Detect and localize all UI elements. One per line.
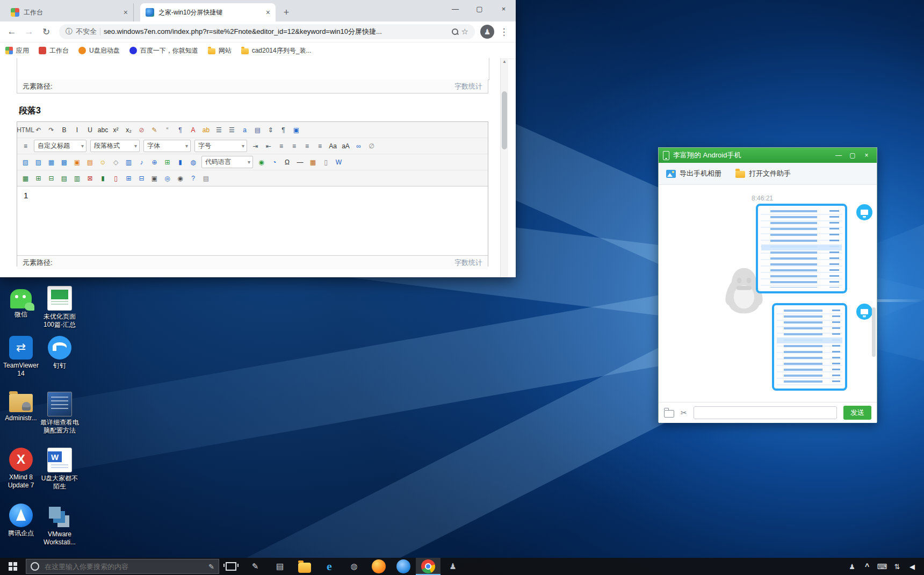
chart-icon[interactable]: ▮ — [174, 156, 186, 168]
insert-link-icon[interactable]: ∞ — [352, 140, 365, 152]
align-right-icon[interactable]: ≡ — [301, 140, 313, 152]
taskbar-edge-icon[interactable]: e — [317, 558, 342, 575]
tray-volume-icon[interactable]: ◀ — [906, 560, 919, 573]
desktop-icon-sheet-summary[interactable]: 未优化页面 100篇-汇总 — [40, 286, 80, 329]
forward-button[interactable]: → — [21, 24, 37, 39]
image-left-icon[interactable]: ▧ — [19, 156, 32, 168]
align-justify-icon[interactable]: ≡ — [314, 140, 326, 152]
subscript-icon[interactable]: x₂ — [122, 124, 135, 136]
lowercase-icon[interactable]: aA — [340, 140, 352, 152]
taskbar-contacts-icon[interactable]: ♟ — [441, 558, 465, 575]
map-icon[interactable]: ⊞ — [161, 156, 174, 168]
tray-chevron-up-icon[interactable]: ^ — [861, 560, 874, 573]
cell-props-icon[interactable]: ⊟ — [45, 172, 57, 184]
profile-avatar[interactable]: ♟ — [480, 25, 494, 39]
close-button[interactable]: × — [861, 150, 872, 161]
qq-window-titlebar[interactable]: 李富翔的 Android手机 — ▢ × — [659, 148, 877, 163]
scrollbar-thumb[interactable] — [502, 91, 507, 149]
desktop-icon-teamviewer[interactable]: TeamViewer 14 — [1, 336, 41, 378]
bookmark-cad2014[interactable]: cad2014序列号_装... — [241, 46, 312, 55]
bold-icon[interactable]: B — [58, 124, 70, 136]
redo-icon[interactable]: ↷ — [45, 124, 57, 136]
previous-editor-content-box[interactable] — [17, 58, 489, 80]
flash-icon[interactable]: ◇ — [110, 156, 122, 168]
drop-cap-icon[interactable]: ¶ — [174, 124, 186, 136]
desktop-icon-usb-doc[interactable]: U盘大家都不 陌生 — [40, 448, 80, 491]
unlink-icon[interactable]: ∅ — [365, 140, 378, 152]
page-scrollbar[interactable]: ▲ — [500, 58, 508, 277]
delete-row-icon[interactable]: ⊠ — [84, 172, 96, 184]
taskbar-ink-icon[interactable]: ✎ — [243, 558, 268, 575]
emoticon-icon[interactable]: ☺ — [97, 156, 109, 168]
book-icon[interactable]: ▥ — [122, 156, 135, 168]
desktop-icon-pc-config-doc[interactable]: 最详细查看电 脑配置方法 — [40, 392, 80, 435]
tray-network-icon[interactable]: ⇅ — [891, 560, 904, 573]
send-button[interactable]: 发送 — [843, 406, 871, 420]
bookmark-baidu[interactable]: 百度一下，你就知道 — [129, 46, 198, 55]
bookmark-workbench[interactable]: 工作台 — [39, 46, 69, 55]
chat-scrollbar-thumb[interactable] — [872, 307, 876, 357]
tray-user-icon[interactable]: ♟ — [846, 560, 858, 573]
maximize-button[interactable]: ▢ — [467, 0, 492, 17]
code-language-dropdown[interactable]: 代码语言 ▾ — [201, 156, 253, 168]
chat-image-screenshot-2[interactable] — [772, 303, 847, 391]
find-replace-icon[interactable]: ◉ — [174, 172, 186, 184]
close-button[interactable]: × — [492, 0, 516, 17]
zoom-icon[interactable] — [452, 28, 458, 35]
preview-icon[interactable]: ◎ — [161, 172, 174, 184]
insert-row-below-icon[interactable]: ▥ — [71, 172, 83, 184]
taskbar-notepad-icon[interactable]: ▤ — [268, 558, 292, 575]
globe-icon[interactable]: ◍ — [187, 156, 199, 168]
desktop-icon-wechat[interactable]: 微信 — [1, 286, 41, 319]
editor-content-area[interactable]: 1 — [17, 186, 488, 255]
align-center-icon[interactable]: ≡ — [288, 140, 300, 152]
scroll-up-icon[interactable]: ▲ — [501, 59, 508, 64]
merge-cells-icon[interactable]: ⊞ — [122, 172, 135, 184]
line-spacing-icon[interactable]: ≡ — [19, 140, 32, 152]
insert-time-icon[interactable]: ◔ — [268, 156, 280, 168]
tab-win10-splitscreen[interactable]: 之家-win10分屏快捷键 × — [140, 3, 276, 21]
minimize-button[interactable]: — — [833, 150, 844, 161]
blockquote-icon[interactable]: “ — [161, 124, 174, 136]
task-view-button[interactable] — [219, 558, 243, 575]
template-icon[interactable]: ▤ — [251, 124, 264, 136]
export-phone-album-button[interactable]: 导出手机相册 — [666, 169, 721, 178]
ordered-list-icon[interactable]: ☰ — [213, 124, 225, 136]
bookmark-apps[interactable]: 应用 — [5, 46, 29, 55]
taskbar-qq-icon[interactable] — [391, 558, 416, 575]
print-icon[interactable]: ▣ — [148, 172, 161, 184]
split-cells-icon[interactable]: ⊟ — [135, 172, 148, 184]
delete-col-icon[interactable]: ▯ — [110, 172, 122, 184]
word-count-link[interactable]: 字数统计 — [454, 82, 482, 91]
table-props-icon[interactable]: ⊞ — [32, 172, 45, 184]
screenshot-scissors-icon[interactable]: ✂ — [681, 408, 687, 417]
paragraph-icon[interactable]: ¶ — [277, 124, 290, 136]
font-color-icon[interactable]: A — [187, 124, 199, 136]
desktop-icon-vmware[interactable]: VMware Workstati... — [40, 504, 80, 547]
back-button[interactable]: ← — [4, 24, 19, 39]
taskbar-search-box[interactable]: ✎ — [26, 559, 219, 574]
help-icon[interactable]: ? — [187, 172, 199, 184]
html-source-icon[interactable]: HTML — [19, 124, 32, 136]
taskbar-chrome-icon[interactable] — [416, 558, 441, 575]
view-on-screen-icon[interactable] — [856, 204, 872, 220]
uppercase-icon[interactable]: Aa — [327, 140, 339, 152]
desktop-icon-dingtalk[interactable]: 钉钉 — [40, 336, 80, 370]
bookmark-star-icon[interactable]: ☆ — [461, 27, 468, 37]
format-brush-icon[interactable]: ✎ — [148, 124, 161, 136]
align-left-icon[interactable]: ≡ — [275, 140, 287, 152]
insert-table-icon[interactable]: ▦ — [19, 172, 32, 184]
start-button[interactable] — [0, 558, 26, 575]
tray-keyboard-icon[interactable]: ⌨ — [876, 560, 889, 573]
word-import-icon[interactable]: W — [333, 156, 345, 168]
line-height-icon[interactable]: ⇕ — [264, 124, 277, 136]
tab-workbench[interactable]: 工作台 × — [5, 3, 134, 21]
insert-image-icon[interactable]: ▣ — [71, 156, 83, 168]
font-family-dropdown[interactable]: 字体 ▾ — [143, 140, 191, 152]
paragraph-format-dropdown[interactable]: 段落格式 ▾ — [90, 140, 140, 152]
highlight-color-icon[interactable]: ab — [200, 124, 212, 136]
calendar-icon[interactable]: ▦ — [307, 156, 319, 168]
unordered-list-icon[interactable]: ☰ — [226, 124, 238, 136]
send-file-icon[interactable] — [664, 410, 674, 418]
taskbar-explorer-icon[interactable] — [292, 558, 317, 575]
